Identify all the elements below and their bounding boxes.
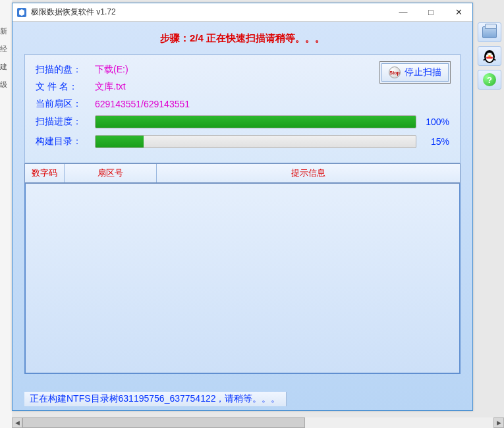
- svg-point-6: [491, 53, 491, 54]
- stop-button-frame: Stop 停止扫描: [379, 61, 451, 84]
- penguin-icon: [482, 48, 497, 64]
- svg-point-7: [488, 55, 491, 57]
- sector-row: 当前扇区： 629143551/629143551: [36, 98, 449, 110]
- col-hint-info[interactable]: 提示信息: [157, 164, 460, 182]
- side-toolbar: ?: [476, 22, 503, 90]
- result-table: 数字码 扇区号 提示信息: [24, 163, 461, 374]
- app-window: 极限数据恢复软件 v1.72 — □ ✕ 步骤：2/4 正在快速扫描请稍等。。。…: [12, 3, 473, 411]
- step-header: 步骤：2/4 正在快速扫描请稍等。。。: [24, 32, 461, 45]
- status-bar: 正在构建NTFS目录树631195756_637754122，请稍等。。。: [24, 392, 287, 406]
- scan-progress-percent: 100%: [416, 117, 449, 127]
- scan-progress-row: 扫描进度： 100%: [36, 115, 449, 128]
- build-progress-label: 构建目录：: [36, 136, 95, 147]
- box-icon: [482, 26, 497, 38]
- stop-scan-button[interactable]: Stop 停止扫描: [381, 63, 449, 82]
- disk-label: 扫描的盘：: [36, 64, 95, 76]
- sector-value: 629143551/629143551: [95, 99, 190, 109]
- stop-button-label: 停止扫描: [405, 67, 441, 78]
- table-header: 数字码 扇区号 提示信息: [24, 163, 461, 183]
- scan-panel: Stop 停止扫描 扫描的盘： 下载(E:) 文 件 名： 文库.txt 当前扇…: [24, 54, 461, 163]
- scroll-right-arrow[interactable]: ▶: [493, 417, 504, 428]
- file-label: 文 件 名：: [36, 81, 95, 93]
- titlebar[interactable]: 极限数据恢复软件 v1.72 — □ ✕: [13, 3, 472, 22]
- background-strip: 新 经 建 级: [0, 0, 12, 428]
- side-box-button[interactable]: [478, 22, 501, 42]
- build-progress-percent: 15%: [416, 136, 449, 147]
- col-sector-num[interactable]: 扇区号: [65, 164, 157, 182]
- close-button[interactable]: ✕: [445, 3, 472, 22]
- scroll-thumb[interactable]: [22, 417, 305, 428]
- col-digit-code[interactable]: 数字码: [25, 164, 65, 182]
- scan-progress-fill: [96, 116, 416, 128]
- file-value: 文库.txt: [95, 81, 126, 93]
- disk-value: 下载(E:): [95, 64, 128, 76]
- help-icon: ?: [483, 73, 496, 86]
- stop-icon: Stop: [389, 67, 401, 78]
- svg-rect-8: [486, 57, 493, 59]
- sector-label: 当前扇区：: [36, 98, 95, 110]
- scan-progress-bar: [95, 115, 416, 128]
- maximize-button[interactable]: □: [417, 3, 445, 22]
- client-area: 步骤：2/4 正在快速扫描请稍等。。。 Stop 停止扫描 扫描的盘： 下载(E…: [13, 22, 472, 410]
- window-title: 极限数据恢复软件 v1.72: [31, 7, 389, 18]
- build-progress-row: 构建目录： 15%: [36, 135, 449, 148]
- app-icon: [16, 7, 27, 18]
- build-progress-bar: [95, 135, 416, 148]
- side-help-button[interactable]: ?: [478, 70, 501, 90]
- horizontal-scrollbar[interactable]: ◀ ▶: [12, 417, 504, 428]
- build-progress-fill: [96, 136, 144, 147]
- table-body[interactable]: [24, 183, 461, 374]
- scan-progress-label: 扫描进度：: [36, 116, 95, 128]
- minimize-button[interactable]: —: [389, 3, 417, 22]
- scroll-left-arrow[interactable]: ◀: [12, 417, 22, 428]
- scroll-track[interactable]: [22, 417, 493, 428]
- svg-point-5: [488, 53, 488, 54]
- side-qq-button[interactable]: [478, 46, 501, 66]
